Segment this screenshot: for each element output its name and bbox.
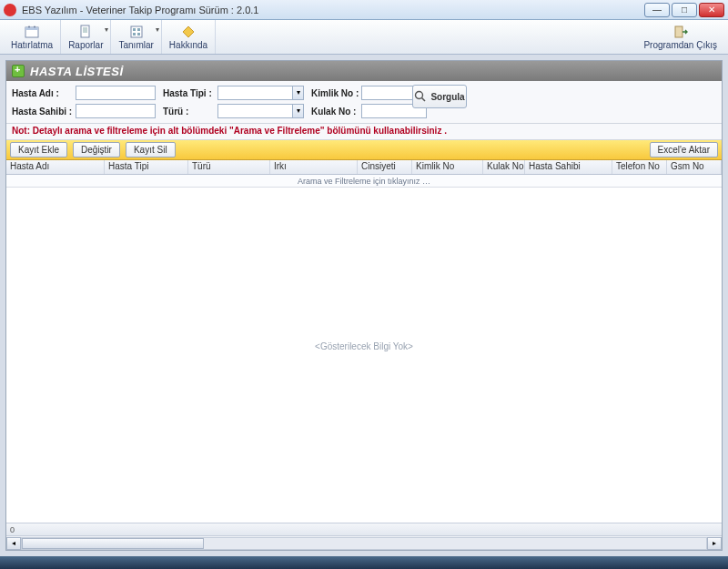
chevron-down-icon[interactable]: ▾: [292, 86, 303, 99]
svg-line-15: [422, 98, 426, 102]
delete-record-button[interactable]: Kayıt Sil: [126, 142, 176, 157]
taskbar: [0, 556, 728, 569]
list-icon: [12, 65, 25, 77]
col-telefon-no[interactable]: Telefon No: [612, 160, 667, 174]
definitions-icon: [129, 25, 144, 39]
grid-footer: 0: [6, 523, 722, 535]
col-hasta-tipi[interactable]: Hasta Tipi: [105, 160, 188, 174]
grid-header[interactable]: Hasta Adı Hasta Tipi Türü Irkı Cinsiyeti…: [6, 160, 722, 175]
turu-select[interactable]: [217, 104, 304, 118]
svg-rect-12: [137, 33, 140, 36]
query-button[interactable]: Sorgula: [412, 85, 467, 108]
patient-list-panel: HASTA LİSTESİ Hasta Adı : Hasta Tipi : ▾…: [5, 60, 723, 551]
col-hasta-adi[interactable]: Hasta Adı: [6, 160, 105, 174]
no-data-text: <Gösterilecek Bilgi Yok>: [6, 341, 722, 351]
svg-rect-8: [131, 26, 142, 37]
reports-icon: [78, 25, 93, 39]
main-toolbar: Hatırlatma Raporlar ▾ Tanımlar ▾ Hakkınd…: [0, 20, 728, 55]
col-kimlik-no[interactable]: Kimlik No: [412, 160, 483, 174]
hasta-sahibi-label: Hasta Sahibi :: [12, 107, 76, 117]
action-bar: Kayıt Ekle Değiştir Kayıt Sil Excel'e Ak…: [6, 140, 722, 160]
scroll-left-button[interactable]: ◂: [6, 537, 21, 550]
kulak-no-label: Kulak No :: [311, 107, 361, 117]
col-hasta-sahibi[interactable]: Hasta Sahibi: [525, 160, 612, 174]
reminder-icon: [25, 25, 39, 39]
about-button[interactable]: Hakkında: [162, 20, 216, 54]
svg-rect-9: [133, 28, 136, 31]
scroll-thumb[interactable]: [22, 538, 204, 549]
panel-header: HASTA LİSTESİ: [6, 61, 722, 81]
hasta-adi-input[interactable]: [76, 86, 156, 100]
about-icon: [181, 25, 196, 39]
hasta-sahibi-input[interactable]: [76, 104, 156, 118]
minimize-button[interactable]: —: [644, 3, 670, 17]
scroll-right-button[interactable]: ▸: [707, 537, 722, 550]
add-record-button[interactable]: Kayıt Ekle: [10, 142, 67, 157]
titlebar[interactable]: EBS Yazılım - Veteriner Takip Programı S…: [0, 0, 728, 20]
svg-rect-13: [675, 26, 682, 37]
col-gsm-no[interactable]: Gsm No: [667, 160, 722, 174]
grid-body[interactable]: <Gösterilecek Bilgi Yok>: [6, 188, 722, 523]
chevron-down-icon[interactable]: ▾: [292, 105, 303, 117]
chevron-down-icon: ▾: [156, 25, 159, 34]
window-title: EBS Yazılım - Veteriner Takip Programı S…: [22, 5, 644, 15]
search-form: Hasta Adı : Hasta Tipi : ▾ Kimlik No : S…: [6, 81, 722, 124]
hasta-tipi-label: Hasta Tipi :: [163, 88, 217, 98]
close-button[interactable]: ✕: [699, 3, 724, 17]
exit-icon: [673, 25, 688, 39]
col-irki[interactable]: Irkı: [270, 160, 358, 174]
svg-rect-11: [133, 33, 136, 36]
chevron-down-icon: ▾: [105, 25, 108, 34]
turu-label: Türü :: [163, 107, 217, 117]
exit-button[interactable]: Programdan Çıkış: [636, 20, 724, 54]
data-grid: Hasta Adı Hasta Tipi Türü Irkı Cinsiyeti…: [6, 160, 722, 550]
maximize-button[interactable]: □: [672, 3, 697, 17]
hasta-tipi-select[interactable]: [217, 86, 304, 100]
definitions-button[interactable]: Tanımlar ▾: [111, 20, 161, 54]
scroll-track[interactable]: [21, 537, 707, 550]
horizontal-scrollbar[interactable]: ◂ ▸: [6, 535, 722, 550]
search-icon: [414, 90, 427, 103]
svg-point-14: [416, 92, 423, 99]
kimlik-no-label: Kimlik No :: [311, 88, 361, 98]
row-count: 0: [10, 525, 15, 534]
svg-point-2: [28, 25, 30, 27]
panel-title: HASTA LİSTESİ: [30, 65, 124, 78]
edit-record-button[interactable]: Değiştir: [73, 142, 120, 157]
hasta-adi-label: Hasta Adı :: [12, 88, 76, 98]
content-area: HASTA LİSTESİ Hasta Adı : Hasta Tipi : ▾…: [0, 55, 728, 556]
svg-point-3: [34, 25, 35, 27]
reports-button[interactable]: Raporlar ▾: [61, 20, 111, 54]
search-note: Not: Detaylı arama ve filtreleme için al…: [6, 124, 722, 140]
col-turu[interactable]: Türü: [188, 160, 270, 174]
app-window: EBS Yazılım - Veteriner Takip Programı S…: [0, 0, 728, 569]
col-kulak-no[interactable]: Kulak No: [483, 160, 525, 174]
app-icon: [4, 4, 16, 16]
reminder-button[interactable]: Hatırlatma: [4, 20, 61, 54]
export-excel-button[interactable]: Excel'e Aktar: [650, 142, 719, 157]
svg-rect-10: [137, 28, 140, 31]
col-cinsiyeti[interactable]: Cinsiyeti: [358, 160, 412, 174]
svg-rect-1: [25, 27, 38, 30]
filter-row[interactable]: Arama ve Filtreleme için tıklayınız …: [6, 175, 722, 188]
